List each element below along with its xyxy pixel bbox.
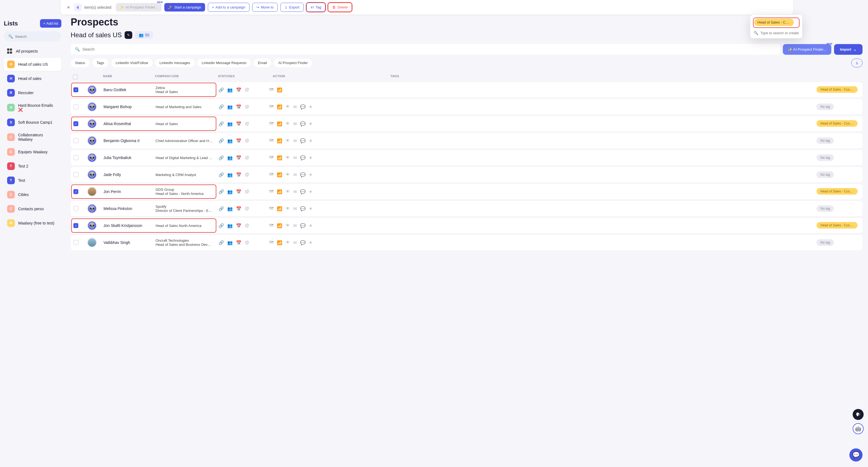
map-icon[interactable]: 🗺 (269, 138, 274, 144)
at-icon[interactable]: @ (245, 206, 249, 211)
eye-icon[interactable]: 👁 (286, 189, 290, 194)
calendar-icon[interactable]: 📅 (236, 104, 242, 110)
filter-chip[interactable]: Status (71, 59, 90, 67)
tag-search-input[interactable] (761, 31, 799, 35)
calendar-icon[interactable]: 📅 (236, 138, 242, 144)
chat-icon[interactable]: 💬 (300, 121, 306, 126)
map-icon[interactable]: 🗺 (269, 206, 274, 211)
filter-chip[interactable]: Email (253, 59, 271, 67)
sidebar-item[interactable]: All prospects (4, 46, 61, 57)
close-selection-button[interactable]: ✕ (66, 5, 71, 10)
sidebar-item[interactable]: WWaalaxy (free to test) (4, 217, 61, 230)
at-icon[interactable]: @ (245, 155, 249, 160)
table-row[interactable]: Melissa PinkstonSpotifyDirector of Clien… (71, 201, 863, 216)
sidebar-search[interactable]: 🔍 (4, 31, 61, 41)
link-icon[interactable]: 🔗 (218, 206, 224, 211)
table-row[interactable]: Margaret BishopHead of Marketing and Sal… (71, 99, 863, 115)
table-row[interactable]: Vaibbhav SinghOncraft TechnologiesHead o… (71, 235, 863, 250)
row-checkbox[interactable] (73, 240, 78, 245)
at-icon[interactable]: @ (245, 189, 249, 194)
people-icon[interactable]: 👥 (227, 104, 233, 110)
mail-icon[interactable]: ✉ (293, 206, 297, 211)
sidebar-item[interactable]: EEquipes Waalaxy (4, 145, 61, 158)
people-icon[interactable]: 👥 (227, 189, 233, 194)
at-icon[interactable]: @ (245, 172, 249, 177)
edit-button[interactable]: ✎ (125, 31, 132, 39)
filter-chip[interactable]: Tags (92, 59, 108, 67)
row-checkbox[interactable] (73, 172, 78, 177)
row-checkbox[interactable]: ✓ (73, 87, 78, 92)
send-icon[interactable]: ✈ (309, 138, 312, 144)
tag-chip[interactable]: Head of Sales - Cust… (816, 222, 858, 228)
mail-icon[interactable]: ✉ (293, 138, 297, 144)
filter-chip[interactable]: Linkedin Message Requests (197, 59, 251, 67)
at-icon[interactable]: @ (245, 104, 249, 110)
tag-chip[interactable]: Head of Sales - Cust… (816, 188, 858, 195)
sidebar-item[interactable]: CCollaborateurs Waalaxy (4, 130, 61, 144)
table-row[interactable]: ✓Banu OzdilekZebraHead of Sales 🔗 👥 📅 @ … (71, 82, 863, 97)
eye-icon[interactable]: 👁 (286, 240, 290, 245)
at-icon[interactable]: @ (245, 223, 249, 228)
link-icon[interactable]: 🔗 (218, 121, 224, 126)
link-icon[interactable]: 🔗 (218, 104, 224, 110)
rss-icon[interactable]: 📶 (277, 138, 282, 144)
mail-icon[interactable]: ✉ (293, 240, 297, 245)
delete-button[interactable]: 🗑 Delete (328, 3, 352, 12)
people-icon[interactable]: 👥 (227, 240, 233, 245)
rss-icon[interactable]: 📶 (277, 240, 282, 245)
rss-icon[interactable]: 📶 (277, 189, 282, 194)
row-checkbox[interactable]: ✓ (73, 121, 78, 126)
people-icon[interactable]: 👥 (227, 121, 233, 126)
chat-icon[interactable]: 💬 (300, 155, 306, 160)
main-search-input[interactable] (83, 47, 776, 52)
rss-icon[interactable]: 📶 (277, 121, 282, 126)
calendar-icon[interactable]: 📅 (236, 121, 242, 126)
add-list-button[interactable]: + Add list (40, 19, 61, 28)
sidebar-item[interactable]: RRecruiter (4, 86, 61, 99)
translate-fab[interactable]: 🗣 (852, 409, 864, 420)
at-icon[interactable]: @ (245, 121, 249, 126)
tag-search[interactable]: 🔍 (753, 31, 799, 35)
map-icon[interactable]: 🗺 (269, 104, 274, 110)
mail-icon[interactable]: ✉ (293, 189, 297, 194)
filter-chip[interactable]: LinkedIn Visit/Follow (111, 59, 152, 67)
tag-chip[interactable]: Head of Sales - Cust… (816, 120, 858, 127)
table-row[interactable]: ✓Aliisa RosenthalHead of Sales 🔗 👥 📅 @ 🗺… (71, 116, 863, 131)
send-icon[interactable]: ✈ (309, 240, 312, 245)
sidebar-item[interactable]: TTest (4, 174, 61, 187)
import-button[interactable]: Import ⌄ (834, 44, 863, 55)
chat-icon[interactable]: 💬 (300, 138, 306, 144)
row-checkbox[interactable]: ✓ (73, 189, 78, 194)
tag-button[interactable]: 🏷 Tag (306, 3, 326, 12)
row-checkbox[interactable]: ✓ (73, 223, 78, 228)
people-icon[interactable]: 👥 (227, 206, 233, 211)
calendar-icon[interactable]: 📅 (236, 223, 242, 228)
tag-chip[interactable]: Head of Sales - Cust… (816, 86, 858, 93)
at-icon[interactable]: @ (245, 138, 249, 144)
tag-option[interactable]: Head of Sales - Cust… (754, 19, 794, 26)
sidebar-item[interactable]: CCibles (4, 188, 61, 201)
table-row[interactable]: Julia TsymbaliukHead of Digital Marketin… (71, 150, 863, 165)
rss-icon[interactable]: 📶 (277, 104, 282, 110)
rss-icon[interactable]: 📶 (277, 172, 282, 177)
mail-icon[interactable]: ✉ (293, 172, 297, 177)
link-icon[interactable]: 🔗 (218, 172, 224, 177)
people-icon[interactable]: 👥 (227, 138, 233, 144)
sidebar-item[interactable]: HHead of sales (4, 72, 61, 85)
row-checkbox[interactable] (73, 138, 78, 143)
send-icon[interactable]: ✈ (309, 189, 312, 194)
export-button[interactable]: ⤓ Export (280, 3, 304, 12)
chat-icon[interactable]: 💬 (300, 189, 306, 194)
send-icon[interactable]: ✈ (309, 223, 312, 228)
ai-prospect-finder-button[interactable]: ✨ AI Prospect Finder... NEW (783, 44, 831, 55)
calendar-icon[interactable]: 📅 (236, 172, 242, 177)
move-to-button[interactable]: ↪ Move to (252, 3, 278, 12)
map-icon[interactable]: 🗺 (269, 172, 274, 177)
start-campaign-button[interactable]: 🚀 Start a campaign (164, 3, 205, 11)
link-icon[interactable]: 🔗 (218, 189, 224, 194)
rss-icon[interactable]: 📶 (277, 206, 282, 211)
add-to-campaign-button[interactable]: + Add to a campaign (208, 3, 249, 12)
send-icon[interactable]: ✈ (309, 104, 312, 110)
map-icon[interactable]: 🗺 (269, 155, 274, 160)
link-icon[interactable]: 🔗 (218, 155, 224, 160)
